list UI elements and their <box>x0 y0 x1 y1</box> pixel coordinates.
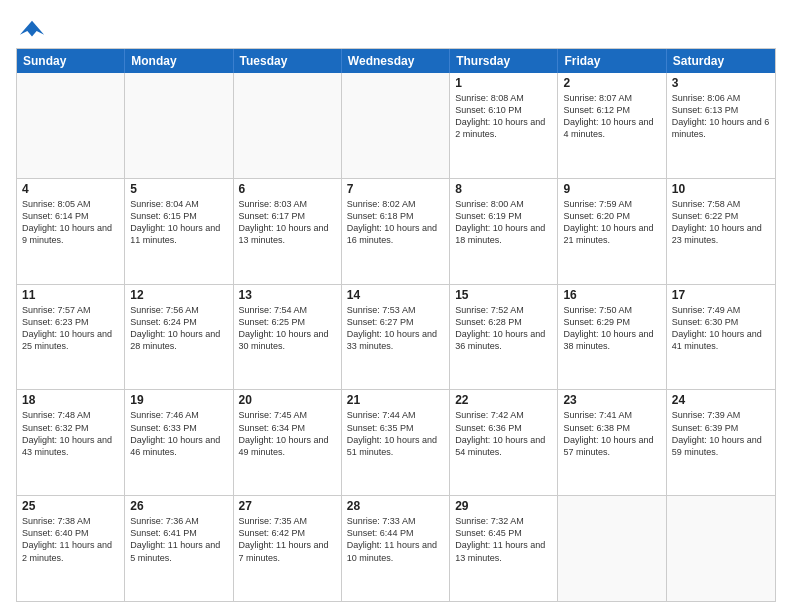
day-info: Sunrise: 7:41 AM Sunset: 6:38 PM Dayligh… <box>563 409 660 458</box>
day-info: Sunrise: 7:46 AM Sunset: 6:33 PM Dayligh… <box>130 409 227 458</box>
day-info: Sunrise: 7:48 AM Sunset: 6:32 PM Dayligh… <box>22 409 119 458</box>
day-number: 9 <box>563 182 660 196</box>
day-info: Sunrise: 7:53 AM Sunset: 6:27 PM Dayligh… <box>347 304 444 353</box>
day-info: Sunrise: 7:59 AM Sunset: 6:20 PM Dayligh… <box>563 198 660 247</box>
day-info: Sunrise: 7:54 AM Sunset: 6:25 PM Dayligh… <box>239 304 336 353</box>
calendar-cell-4: 4Sunrise: 8:05 AM Sunset: 6:14 PM Daylig… <box>17 179 125 284</box>
day-number: 25 <box>22 499 119 513</box>
day-number: 24 <box>672 393 770 407</box>
day-number: 7 <box>347 182 444 196</box>
day-number: 8 <box>455 182 552 196</box>
day-number: 26 <box>130 499 227 513</box>
day-info: Sunrise: 8:06 AM Sunset: 6:13 PM Dayligh… <box>672 92 770 141</box>
day-info: Sunrise: 7:39 AM Sunset: 6:39 PM Dayligh… <box>672 409 770 458</box>
calendar-cell-empty <box>667 496 775 601</box>
header-day-saturday: Saturday <box>667 49 775 73</box>
calendar-row-2: 4Sunrise: 8:05 AM Sunset: 6:14 PM Daylig… <box>17 178 775 284</box>
day-info: Sunrise: 7:52 AM Sunset: 6:28 PM Dayligh… <box>455 304 552 353</box>
calendar-cell-24: 24Sunrise: 7:39 AM Sunset: 6:39 PM Dayli… <box>667 390 775 495</box>
calendar-cell-15: 15Sunrise: 7:52 AM Sunset: 6:28 PM Dayli… <box>450 285 558 390</box>
day-number: 18 <box>22 393 119 407</box>
day-info: Sunrise: 7:50 AM Sunset: 6:29 PM Dayligh… <box>563 304 660 353</box>
day-number: 15 <box>455 288 552 302</box>
calendar-cell-12: 12Sunrise: 7:56 AM Sunset: 6:24 PM Dayli… <box>125 285 233 390</box>
calendar-row-3: 11Sunrise: 7:57 AM Sunset: 6:23 PM Dayli… <box>17 284 775 390</box>
calendar-row-5: 25Sunrise: 7:38 AM Sunset: 6:40 PM Dayli… <box>17 495 775 601</box>
calendar-cell-1: 1Sunrise: 8:08 AM Sunset: 6:10 PM Daylig… <box>450 73 558 178</box>
day-number: 17 <box>672 288 770 302</box>
day-info: Sunrise: 7:56 AM Sunset: 6:24 PM Dayligh… <box>130 304 227 353</box>
calendar-cell-13: 13Sunrise: 7:54 AM Sunset: 6:25 PM Dayli… <box>234 285 342 390</box>
header-day-thursday: Thursday <box>450 49 558 73</box>
calendar-cell-empty <box>558 496 666 601</box>
header-day-friday: Friday <box>558 49 666 73</box>
calendar-cell-17: 17Sunrise: 7:49 AM Sunset: 6:30 PM Dayli… <box>667 285 775 390</box>
calendar-cell-5: 5Sunrise: 8:04 AM Sunset: 6:15 PM Daylig… <box>125 179 233 284</box>
day-number: 11 <box>22 288 119 302</box>
calendar-cell-empty <box>17 73 125 178</box>
day-info: Sunrise: 7:32 AM Sunset: 6:45 PM Dayligh… <box>455 515 552 564</box>
day-info: Sunrise: 7:44 AM Sunset: 6:35 PM Dayligh… <box>347 409 444 458</box>
day-info: Sunrise: 7:33 AM Sunset: 6:44 PM Dayligh… <box>347 515 444 564</box>
day-info: Sunrise: 8:03 AM Sunset: 6:17 PM Dayligh… <box>239 198 336 247</box>
calendar-cell-empty <box>342 73 450 178</box>
calendar-cell-empty <box>125 73 233 178</box>
calendar-cell-20: 20Sunrise: 7:45 AM Sunset: 6:34 PM Dayli… <box>234 390 342 495</box>
day-number: 21 <box>347 393 444 407</box>
day-info: Sunrise: 7:57 AM Sunset: 6:23 PM Dayligh… <box>22 304 119 353</box>
calendar-row-4: 18Sunrise: 7:48 AM Sunset: 6:32 PM Dayli… <box>17 389 775 495</box>
day-number: 28 <box>347 499 444 513</box>
day-number: 5 <box>130 182 227 196</box>
page: SundayMondayTuesdayWednesdayThursdayFrid… <box>0 0 792 612</box>
calendar-body: 1Sunrise: 8:08 AM Sunset: 6:10 PM Daylig… <box>17 73 775 601</box>
calendar-cell-18: 18Sunrise: 7:48 AM Sunset: 6:32 PM Dayli… <box>17 390 125 495</box>
calendar-cell-8: 8Sunrise: 8:00 AM Sunset: 6:19 PM Daylig… <box>450 179 558 284</box>
day-info: Sunrise: 8:04 AM Sunset: 6:15 PM Dayligh… <box>130 198 227 247</box>
header <box>16 12 776 42</box>
svg-marker-0 <box>20 21 44 37</box>
calendar-cell-21: 21Sunrise: 7:44 AM Sunset: 6:35 PM Dayli… <box>342 390 450 495</box>
day-number: 20 <box>239 393 336 407</box>
day-number: 6 <box>239 182 336 196</box>
day-info: Sunrise: 8:05 AM Sunset: 6:14 PM Dayligh… <box>22 198 119 247</box>
calendar-cell-26: 26Sunrise: 7:36 AM Sunset: 6:41 PM Dayli… <box>125 496 233 601</box>
day-info: Sunrise: 7:42 AM Sunset: 6:36 PM Dayligh… <box>455 409 552 458</box>
calendar-cell-14: 14Sunrise: 7:53 AM Sunset: 6:27 PM Dayli… <box>342 285 450 390</box>
day-info: Sunrise: 7:58 AM Sunset: 6:22 PM Dayligh… <box>672 198 770 247</box>
day-number: 2 <box>563 76 660 90</box>
calendar-cell-25: 25Sunrise: 7:38 AM Sunset: 6:40 PM Dayli… <box>17 496 125 601</box>
calendar-cell-11: 11Sunrise: 7:57 AM Sunset: 6:23 PM Dayli… <box>17 285 125 390</box>
day-number: 29 <box>455 499 552 513</box>
header-day-monday: Monday <box>125 49 233 73</box>
day-number: 14 <box>347 288 444 302</box>
day-number: 10 <box>672 182 770 196</box>
calendar-cell-19: 19Sunrise: 7:46 AM Sunset: 6:33 PM Dayli… <box>125 390 233 495</box>
day-info: Sunrise: 8:02 AM Sunset: 6:18 PM Dayligh… <box>347 198 444 247</box>
day-number: 16 <box>563 288 660 302</box>
day-number: 27 <box>239 499 336 513</box>
calendar-cell-6: 6Sunrise: 8:03 AM Sunset: 6:17 PM Daylig… <box>234 179 342 284</box>
calendar-cell-9: 9Sunrise: 7:59 AM Sunset: 6:20 PM Daylig… <box>558 179 666 284</box>
calendar-cell-2: 2Sunrise: 8:07 AM Sunset: 6:12 PM Daylig… <box>558 73 666 178</box>
day-number: 22 <box>455 393 552 407</box>
calendar-cell-27: 27Sunrise: 7:35 AM Sunset: 6:42 PM Dayli… <box>234 496 342 601</box>
calendar-cell-10: 10Sunrise: 7:58 AM Sunset: 6:22 PM Dayli… <box>667 179 775 284</box>
calendar-cell-29: 29Sunrise: 7:32 AM Sunset: 6:45 PM Dayli… <box>450 496 558 601</box>
calendar: SundayMondayTuesdayWednesdayThursdayFrid… <box>16 48 776 602</box>
header-day-tuesday: Tuesday <box>234 49 342 73</box>
calendar-cell-22: 22Sunrise: 7:42 AM Sunset: 6:36 PM Dayli… <box>450 390 558 495</box>
calendar-cell-7: 7Sunrise: 8:02 AM Sunset: 6:18 PM Daylig… <box>342 179 450 284</box>
calendar-row-1: 1Sunrise: 8:08 AM Sunset: 6:10 PM Daylig… <box>17 73 775 178</box>
calendar-cell-23: 23Sunrise: 7:41 AM Sunset: 6:38 PM Dayli… <box>558 390 666 495</box>
day-info: Sunrise: 8:00 AM Sunset: 6:19 PM Dayligh… <box>455 198 552 247</box>
day-number: 12 <box>130 288 227 302</box>
logo <box>16 16 46 42</box>
day-info: Sunrise: 7:49 AM Sunset: 6:30 PM Dayligh… <box>672 304 770 353</box>
day-info: Sunrise: 7:45 AM Sunset: 6:34 PM Dayligh… <box>239 409 336 458</box>
calendar-cell-16: 16Sunrise: 7:50 AM Sunset: 6:29 PM Dayli… <box>558 285 666 390</box>
day-info: Sunrise: 7:38 AM Sunset: 6:40 PM Dayligh… <box>22 515 119 564</box>
header-day-sunday: Sunday <box>17 49 125 73</box>
calendar-cell-28: 28Sunrise: 7:33 AM Sunset: 6:44 PM Dayli… <box>342 496 450 601</box>
day-number: 23 <box>563 393 660 407</box>
day-number: 1 <box>455 76 552 90</box>
